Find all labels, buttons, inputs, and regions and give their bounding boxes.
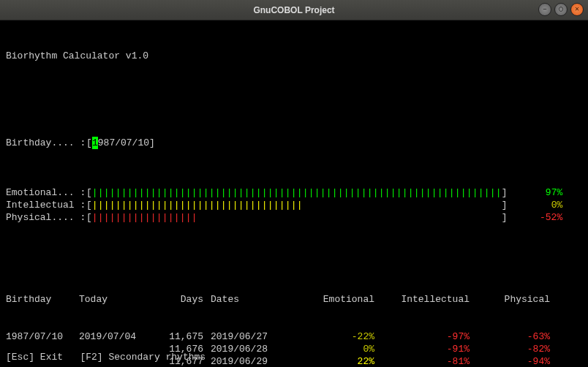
f2-label: Secondary rhythms: [108, 351, 206, 363]
app-title: Biorhythm Calculator v1.0: [6, 50, 148, 62]
f2-shortcut[interactable]: [F2]: [80, 351, 102, 363]
cursor[interactable]: 1: [92, 137, 98, 149]
birthday-input[interactable]: 987/07/10: [98, 137, 149, 149]
bar-label: Intellectual :: [6, 199, 86, 211]
close-icon[interactable]: ✕: [570, 3, 584, 16]
bar-body: ||||||||||||||||||||||||||||||||||||: [92, 199, 502, 211]
birthday-row: Birthday.... : [1987/07/10]: [6, 137, 582, 149]
cell-date: 2019/06/27: [211, 330, 291, 343]
bar-body: ||||||||||||||||||||||||||||||||||||||||…: [92, 186, 502, 199]
bar-label: Emotional... :: [6, 186, 86, 199]
bar-body: ||||||||||||||||||: [92, 211, 502, 224]
table-row: 1987/07/102019/07/0411,6752019/06/27-22%…: [6, 330, 582, 343]
cell-intellectual: -97%: [379, 330, 474, 343]
cell-physical: -63%: [474, 330, 554, 343]
cell-days: 11,675: [152, 330, 211, 343]
window-title: GnuCOBOL Project: [253, 5, 334, 15]
bar-percent: 0%: [519, 199, 562, 211]
bar-percent: 97%: [519, 186, 562, 199]
exit-shortcut[interactable]: [Esc]: [6, 351, 34, 363]
bar-row: Emotional... :[|||||||||||||||||||||||||…: [6, 186, 582, 199]
minimize-icon[interactable]: –: [538, 3, 551, 16]
table-header: Birthday Today Days Dates Emotional Inte…: [6, 293, 582, 306]
bar-row: Physical.... :[|||||||||||||||||| ] -52%: [6, 211, 582, 224]
footer: [Esc] Exit [F2] Secondary rhythms: [6, 351, 582, 363]
birthday-label: Birthday.... :: [6, 137, 86, 149]
bar-label: Physical.... :: [6, 211, 86, 224]
window-controls: – ◯ ✕: [538, 3, 584, 16]
maximize-icon[interactable]: ◯: [554, 3, 568, 16]
titlebar: GnuCOBOL Project – ◯ ✕: [0, 0, 588, 20]
bar-row: Intellectual :[|||||||||||||||||||||||||…: [6, 199, 582, 211]
bar-percent: -52%: [519, 211, 562, 224]
exit-label: Exit: [40, 351, 63, 363]
cell-emotional: -22%: [291, 330, 379, 343]
terminal: Biorhythm Calculator v1.0 Birthday.... :…: [0, 20, 588, 367]
